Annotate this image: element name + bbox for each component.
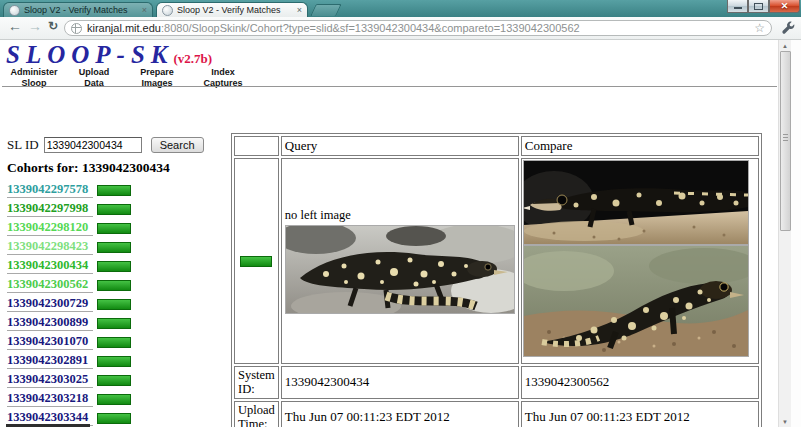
scrollbar-grip-icon (783, 134, 788, 135)
globe-icon (71, 23, 82, 34)
cohort-row: 1339042298120 (7, 219, 131, 238)
scroll-up-icon[interactable]: ▲ (779, 40, 791, 51)
cohort-link[interactable]: 1339042300729 (7, 297, 93, 311)
system-id-label: System ID: (234, 366, 279, 399)
cohort-link[interactable]: 1339042298423 (7, 240, 93, 254)
cohort-row: 1339042302891 (7, 352, 131, 371)
cohort-score-bar (97, 185, 131, 196)
cohort-row: 1339042298423 (7, 238, 131, 257)
maximize-icon (754, 3, 763, 10)
system-id-compare-value: 1339042300562 (521, 366, 759, 399)
query-photo (285, 225, 515, 314)
site-logo: SLOOP-SK(v2.7b) (6, 41, 212, 69)
cohort-link[interactable]: 1339042300899 (7, 316, 93, 330)
browser-window: Sloop V2 - Verify Matches × Sloop V2 - V… (0, 0, 801, 427)
cohort-link[interactable]: 1339042300562 (7, 278, 93, 292)
cohort-score-bar (97, 299, 131, 310)
tab-favicon-icon (9, 5, 20, 16)
cohort-row: 1339042297998 (7, 200, 131, 219)
cohort-row: 1339042301070 (7, 333, 131, 352)
compare-photo-2 (523, 245, 749, 357)
system-id-query-value: 1339042300434 (281, 366, 519, 399)
scrollbar-thumb[interactable] (780, 51, 791, 231)
url-host: kiranjal.mit.edu (87, 22, 161, 34)
back-button[interactable]: ← (8, 18, 22, 34)
tab-close-icon[interactable]: × (142, 6, 147, 15)
cohort-score-bar (97, 394, 131, 405)
upload-time-compare-value: Thu Jun 07 00:11:23 EDT 2012 (521, 401, 759, 427)
vertical-scrollbar[interactable]: ▲ ▼ (778, 40, 791, 427)
cohort-link[interactable]: 1339042302891 (7, 354, 93, 368)
close-button[interactable]: ✕ (769, 0, 800, 13)
page-content: SLOOP-SK(v2.7b) AdministerSloop UploadDa… (0, 40, 801, 427)
query-column-header: Query (281, 136, 519, 156)
cohort-link[interactable]: 1339042303025 (7, 373, 93, 387)
tab-verify-matches-1[interactable]: Sloop V2 - Verify Matches × (3, 2, 153, 17)
minimize-button[interactable] (727, 0, 748, 13)
match-score-cell (234, 158, 279, 364)
cohort-score-bar (97, 375, 131, 386)
cohort-score-bar (97, 318, 131, 329)
table-corner-cell (234, 136, 279, 156)
cohort-score-bar (97, 223, 131, 234)
cohort-row: 1339042300434 (7, 257, 131, 276)
cohort-link[interactable]: 1339042297998 (7, 202, 93, 216)
cohort-row: 1339042303218 (7, 390, 131, 409)
tab-title: Sloop V2 - Verify Matches (24, 5, 138, 15)
cohort-score-bar (97, 280, 131, 291)
no-left-image-text: no left image (285, 208, 515, 223)
tab-close-icon[interactable]: × (297, 6, 302, 15)
cohort-score-bar (97, 204, 131, 215)
sl-search-row: SL ID Search (7, 137, 204, 153)
tab-strip: Sloop V2 - Verify Matches × Sloop V2 - V… (0, 0, 801, 17)
scrollbar-track[interactable] (779, 51, 791, 416)
address-bar[interactable]: kiranjal.mit.edu:8080/SloopSkink/Cohort?… (64, 20, 772, 36)
cohort-link[interactable]: 1339042301070 (7, 335, 93, 349)
new-tab-button[interactable] (310, 4, 342, 16)
cohort-link[interactable]: 1339042303218 (7, 392, 93, 406)
compare-photo-1 (523, 160, 749, 245)
sl-id-label: SL ID (7, 137, 39, 153)
window-controls: ✕ (727, 0, 800, 13)
browser-toolbar: ← → ↻ kiranjal.mit.edu:8080/SloopSkink/C… (0, 17, 801, 40)
cohorts-heading: Cohorts for: 1339042300434 (7, 160, 170, 176)
cohort-score-bar (97, 413, 131, 424)
scroll-down-icon[interactable]: ▼ (779, 416, 791, 427)
cohort-row: 1339042297578 (7, 181, 131, 200)
cohort-score-bar (97, 242, 131, 253)
minimize-icon (734, 7, 742, 9)
match-comparison-table: Query Compare no left image (231, 133, 762, 427)
wrench-menu-icon[interactable] (781, 21, 796, 36)
cohort-list: 1339042297578 1339042297998 133904229812… (7, 181, 131, 427)
match-score-bar (240, 256, 272, 267)
reload-button[interactable]: ↻ (48, 19, 58, 33)
bookmark-star-icon[interactable]: ☆ (754, 21, 765, 35)
cohort-score-bar (97, 261, 131, 272)
site-title: SLOOP-SK (6, 41, 173, 68)
upload-time-query-value: Thu Jun 07 00:11:23 EDT 2012 (281, 401, 519, 427)
cohort-row: 1339042300729 (7, 295, 131, 314)
cohort-link[interactable]: 1339042297578 (7, 183, 93, 197)
cohort-link[interactable]: 1339042298120 (7, 221, 93, 235)
cohorts-heading-id: 1339042300434 (82, 160, 170, 175)
cohort-link[interactable]: 1339042300434 (7, 259, 93, 273)
divider (2, 86, 777, 87)
compare-column-header: Compare (521, 136, 759, 156)
cohort-row: 1339042300562 (7, 276, 131, 295)
forward-button[interactable]: → (28, 18, 42, 34)
window-right-margin (791, 40, 801, 427)
url-text: kiranjal.mit.edu:8080/SloopSkink/Cohort?… (87, 22, 749, 34)
tab-title: Sloop V2 - Verify Matches (177, 5, 293, 15)
site-version: (v2.7b) (173, 51, 212, 66)
sl-id-input[interactable] (44, 137, 142, 153)
cohort-score-bar (97, 337, 131, 348)
tab-favicon-icon (162, 5, 173, 16)
cohort-row: 1339042300899 (7, 314, 131, 333)
tab-verify-matches-2[interactable]: Sloop V2 - Verify Matches × (156, 2, 308, 17)
upload-time-label: Upload Time: (234, 401, 279, 427)
search-button[interactable]: Search (151, 137, 204, 153)
cohort-row: 1339042303025 (7, 371, 131, 390)
maximize-button[interactable] (748, 0, 769, 13)
close-icon: ✕ (781, 1, 789, 11)
query-image-cell: no left image (281, 158, 519, 364)
